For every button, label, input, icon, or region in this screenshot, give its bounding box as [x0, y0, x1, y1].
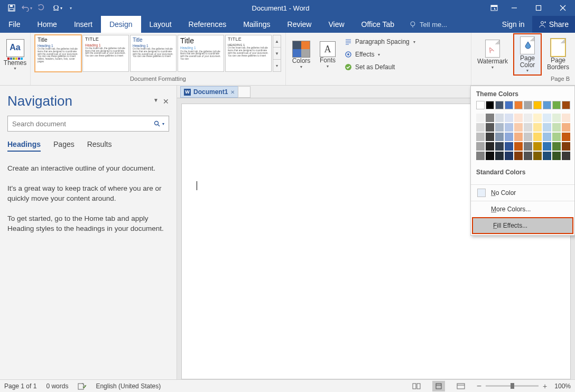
color-swatch[interactable] — [543, 133, 551, 141]
nav-tab-pages[interactable]: Pages — [53, 140, 75, 152]
color-swatch[interactable] — [505, 133, 513, 141]
signin-button[interactable]: Sign in — [495, 16, 532, 33]
color-swatch[interactable] — [486, 142, 494, 151]
color-swatch[interactable] — [552, 101, 561, 109]
color-swatch[interactable] — [495, 152, 504, 160]
color-swatch[interactable] — [476, 101, 485, 109]
tab-officetab[interactable]: Office Tab — [353, 16, 403, 33]
print-layout-button[interactable] — [432, 381, 445, 391]
color-swatch[interactable] — [486, 152, 494, 160]
tab-file[interactable]: File — [0, 16, 29, 33]
color-swatch[interactable] — [476, 123, 485, 132]
color-swatch[interactable] — [524, 152, 532, 160]
color-swatch[interactable] — [505, 101, 513, 109]
tell-me-search[interactable]: Tell me... — [403, 16, 453, 33]
search-icon[interactable]: ▾ — [154, 120, 164, 127]
fill-effects-item[interactable]: Fill Effects...Fill Effects... — [472, 217, 573, 234]
new-tab-button[interactable] — [238, 86, 251, 98]
word-count[interactable]: 0 words — [46, 382, 68, 390]
color-swatch[interactable] — [562, 101, 570, 109]
tab-insert[interactable]: Insert — [66, 16, 101, 33]
zoom-slider[interactable] — [486, 385, 539, 387]
search-field[interactable] — [12, 120, 154, 128]
color-swatch[interactable] — [562, 142, 570, 151]
effects-button[interactable]: Effects▾ — [342, 49, 418, 60]
scroll-down-icon[interactable]: ▼ — [273, 48, 281, 60]
page-borders-button[interactable]: Page Borders — [544, 34, 572, 75]
color-swatch[interactable] — [505, 114, 513, 122]
color-swatch[interactable] — [495, 133, 504, 141]
web-layout-button[interactable] — [455, 381, 467, 391]
zoom-out-button[interactable]: − — [477, 381, 481, 391]
color-swatch[interactable] — [495, 101, 504, 109]
tab-mailings[interactable]: Mailings — [235, 16, 279, 33]
color-swatch[interactable] — [486, 114, 494, 122]
color-swatch[interactable] — [533, 101, 542, 109]
color-swatch[interactable] — [495, 114, 504, 122]
color-swatch[interactable] — [524, 142, 532, 151]
search-input[interactable]: ▾ — [7, 116, 169, 132]
color-swatch[interactable] — [543, 142, 551, 151]
color-swatch[interactable] — [562, 133, 570, 141]
color-swatch[interactable] — [562, 123, 570, 132]
color-swatch[interactable] — [552, 152, 561, 160]
color-swatch[interactable] — [524, 123, 532, 132]
close-button[interactable] — [551, 0, 575, 16]
paragraph-spacing-button[interactable]: Paragraph Spacing▾ — [342, 36, 418, 48]
color-swatch[interactable] — [514, 152, 523, 160]
style-card[interactable]: TITLE HEADING 1 On the Insert tab, the g… — [225, 35, 272, 72]
color-swatch[interactable] — [486, 101, 494, 109]
color-swatch[interactable] — [476, 152, 485, 160]
redo-button[interactable] — [34, 1, 49, 15]
color-swatch[interactable] — [543, 123, 551, 132]
style-card[interactable]: Title Heading 1 On the Insert tab, the g… — [178, 35, 224, 72]
color-swatch[interactable] — [524, 114, 532, 122]
qat-customize[interactable]: ▾ — [67, 1, 75, 15]
color-swatch[interactable] — [524, 101, 532, 109]
read-mode-button[interactable] — [410, 381, 423, 391]
color-swatch[interactable] — [514, 142, 523, 151]
style-card[interactable]: Title Heading 1 On the Insert tab, the g… — [35, 35, 81, 72]
share-button[interactable]: Share — [532, 16, 575, 33]
color-swatch[interactable] — [514, 133, 523, 141]
color-swatch[interactable] — [543, 152, 551, 160]
no-color-item[interactable]: NNo Coloro Color — [471, 185, 574, 201]
colors-button[interactable]: Colors▼ — [289, 34, 313, 75]
nav-close-icon[interactable]: ✕ — [163, 97, 169, 106]
symbol-button[interactable]: Ω▾ — [49, 1, 67, 15]
style-gallery[interactable]: Title Heading 1 On the Insert tab, the g… — [34, 34, 282, 73]
tab-references[interactable]: References — [180, 16, 235, 33]
color-swatch[interactable] — [552, 133, 561, 141]
color-swatch[interactable] — [505, 142, 513, 151]
proofing-icon[interactable] — [78, 382, 86, 390]
color-swatch[interactable] — [533, 152, 542, 160]
tab-layout[interactable]: Layout — [141, 16, 180, 33]
nav-tab-results[interactable]: Results — [87, 140, 112, 152]
color-swatch[interactable] — [486, 133, 494, 141]
save-button[interactable] — [4, 1, 19, 15]
color-swatch[interactable] — [533, 133, 542, 141]
color-swatch[interactable] — [505, 152, 513, 160]
color-swatch[interactable] — [476, 142, 485, 151]
color-swatch[interactable] — [543, 101, 551, 109]
zoom-in-button[interactable]: + — [543, 382, 547, 390]
tab-review[interactable]: Review — [279, 16, 320, 33]
undo-button[interactable]: ▾ — [19, 1, 34, 15]
tab-view[interactable]: View — [320, 16, 353, 33]
tab-close-icon[interactable]: ✕ — [230, 89, 235, 95]
nav-tab-headings[interactable]: Headings — [7, 140, 41, 152]
style-card[interactable]: Title Heading 1 On the Insert tab, the g… — [130, 35, 177, 72]
color-swatch[interactable] — [524, 133, 532, 141]
color-swatch[interactable] — [505, 123, 513, 132]
color-swatch[interactable] — [486, 123, 494, 132]
watermark-button[interactable]: A Watermark▼ — [475, 34, 511, 75]
ribbon-display-options[interactable] — [486, 0, 502, 16]
color-swatch[interactable] — [552, 114, 561, 122]
tab-design[interactable]: Design — [101, 16, 141, 33]
color-swatch[interactable] — [495, 123, 504, 132]
document-tab[interactable]: W Document1 ✕ — [180, 86, 238, 98]
minimize-button[interactable] — [502, 0, 526, 16]
gallery-scroll[interactable]: ▲▼▾ — [273, 35, 281, 72]
color-swatch[interactable] — [495, 142, 504, 151]
language-indicator[interactable]: English (United States) — [96, 382, 161, 390]
